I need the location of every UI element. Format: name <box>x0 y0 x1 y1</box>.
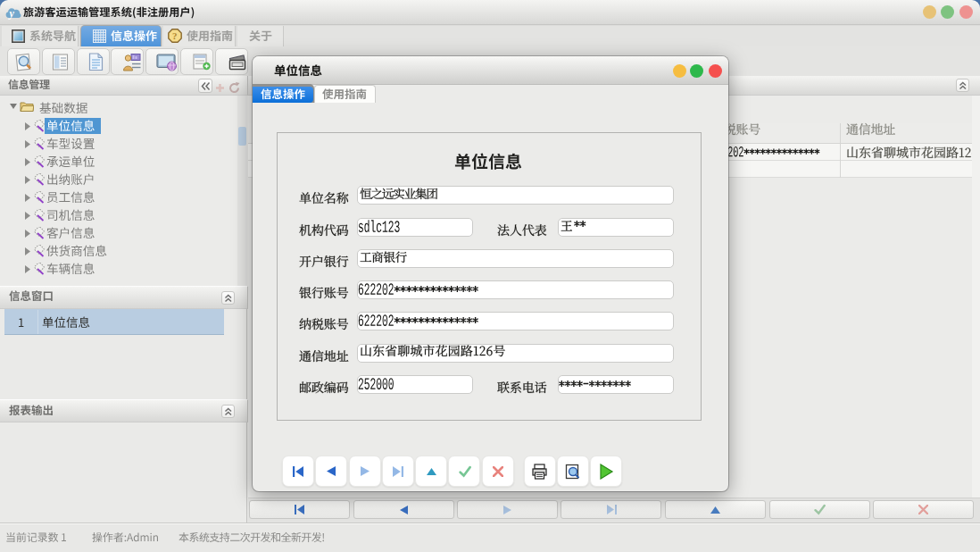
svg-text:?: ? <box>172 30 178 41</box>
svg-text:y: y <box>8 7 15 20</box>
